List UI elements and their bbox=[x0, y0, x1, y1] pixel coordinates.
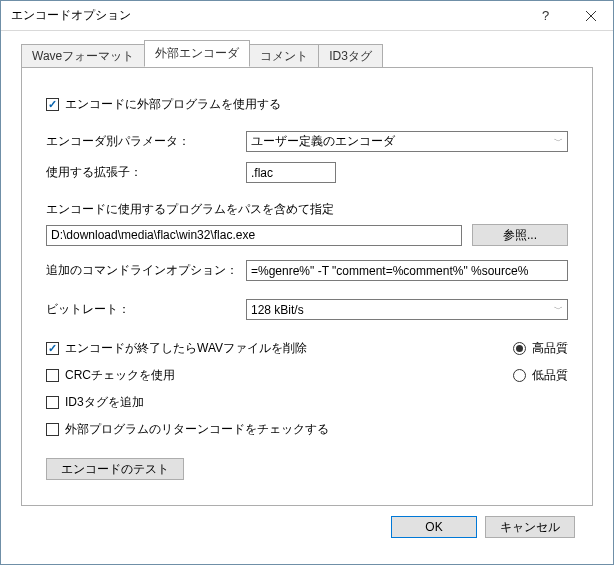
chevron-down-icon: ﹀ bbox=[548, 303, 563, 316]
browse-button[interactable]: 参照... bbox=[472, 224, 568, 246]
dialog-footer: OK キャンセル bbox=[21, 506, 593, 552]
tab-external-encoder[interactable]: 外部エンコーダ bbox=[144, 40, 250, 67]
window-buttons: ? bbox=[523, 1, 613, 30]
checkbox-icon bbox=[46, 396, 59, 409]
quality-high-radio[interactable]: 高品質 bbox=[513, 340, 568, 357]
close-button[interactable] bbox=[568, 1, 613, 30]
dialog-window: エンコードオプション ? Waveフォーマット 外部エンコーダ コメント ID3… bbox=[0, 0, 614, 565]
id3-checkbox[interactable]: ID3タグを追加 bbox=[46, 394, 473, 411]
bitrate-value: 128 kBit/s bbox=[251, 303, 304, 317]
retcode-checkbox[interactable]: 外部プログラムのリターンコードをチェックする bbox=[46, 421, 473, 438]
program-path-label: エンコードに使用するプログラムをパスを含めて指定 bbox=[46, 201, 568, 218]
bitrate-select[interactable]: 128 kBit/s ﹀ bbox=[246, 299, 568, 320]
cmdline-label: 追加のコマンドラインオプション： bbox=[46, 262, 246, 279]
delete-wav-checkbox[interactable]: エンコードが終了したらWAVファイルを削除 bbox=[46, 340, 473, 357]
titlebar: エンコードオプション ? bbox=[1, 1, 613, 31]
tab-comment[interactable]: コメント bbox=[249, 44, 319, 68]
use-external-checkbox[interactable]: エンコードに外部プログラムを使用する bbox=[46, 96, 281, 113]
crc-checkbox[interactable]: CRCチェックを使用 bbox=[46, 367, 473, 384]
tab-panel-external-encoder: エンコードに外部プログラムを使用する エンコーダ別パラメータ： ユーザー定義のエ… bbox=[21, 67, 593, 506]
checkbox-icon bbox=[46, 342, 59, 355]
checkbox-icon bbox=[46, 369, 59, 382]
tab-id3[interactable]: ID3タグ bbox=[318, 44, 383, 68]
help-button[interactable]: ? bbox=[523, 1, 568, 30]
bitrate-label: ビットレート： bbox=[46, 301, 246, 318]
cmdline-input[interactable] bbox=[246, 260, 568, 281]
quality-low-radio[interactable]: 低品質 bbox=[513, 367, 568, 384]
radio-icon bbox=[513, 342, 526, 355]
window-title: エンコードオプション bbox=[11, 7, 523, 24]
radio-icon bbox=[513, 369, 526, 382]
close-icon bbox=[586, 11, 596, 21]
tab-wave-format[interactable]: Waveフォーマット bbox=[21, 44, 145, 68]
use-external-label: エンコードに外部プログラムを使用する bbox=[65, 96, 281, 113]
extension-input[interactable] bbox=[246, 162, 336, 183]
help-icon: ? bbox=[542, 8, 549, 23]
cancel-button[interactable]: キャンセル bbox=[485, 516, 575, 538]
encoder-select-value: ユーザー定義のエンコーダ bbox=[251, 133, 395, 150]
options-row: エンコードが終了したらWAVファイルを削除 CRCチェックを使用 ID3タグを追… bbox=[46, 340, 568, 448]
ok-button[interactable]: OK bbox=[391, 516, 477, 538]
checkbox-icon bbox=[46, 423, 59, 436]
extension-label: 使用する拡張子： bbox=[46, 164, 246, 181]
chevron-down-icon: ﹀ bbox=[548, 135, 563, 148]
tab-strip: Waveフォーマット 外部エンコーダ コメント ID3タグ bbox=[21, 45, 593, 67]
program-path-input[interactable] bbox=[46, 225, 462, 246]
encode-test-button[interactable]: エンコードのテスト bbox=[46, 458, 184, 480]
encoder-select[interactable]: ユーザー定義のエンコーダ ﹀ bbox=[246, 131, 568, 152]
encoder-param-label: エンコーダ別パラメータ： bbox=[46, 133, 246, 150]
checkbox-icon bbox=[46, 98, 59, 111]
content-area: Waveフォーマット 外部エンコーダ コメント ID3タグ エンコードに外部プロ… bbox=[1, 31, 613, 564]
